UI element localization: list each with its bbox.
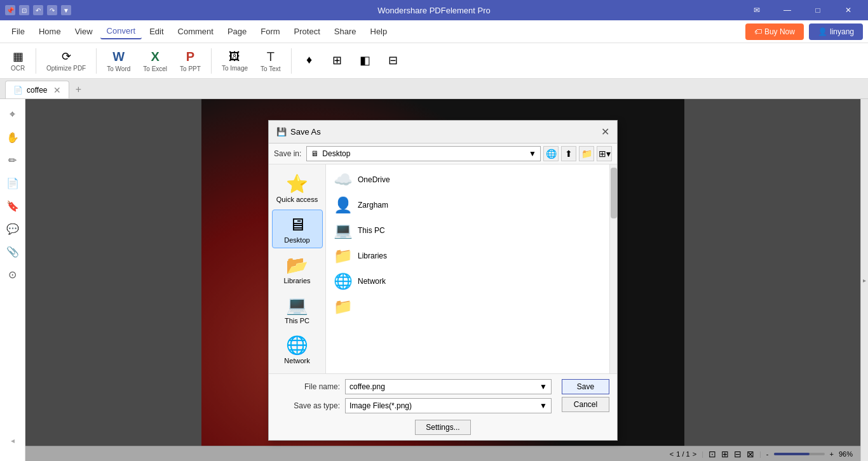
minimize-button[interactable]: — [773,0,802,20]
right-sidebar-collapse[interactable]: ▸ [860,99,868,461]
cancel-button[interactable]: Cancel [562,397,609,412]
save-as-type-row: Save as type: Image Files(*.png) ▼ [276,398,552,413]
pin-icon[interactable]: 📌 [5,5,15,15]
nav-this-pc[interactable]: 💻 This PC [272,291,323,328]
menu-file[interactable]: File [5,24,31,39]
nav-network[interactable]: 🌐 Network [272,331,323,368]
tool-r2-button[interactable]: ⊞ [325,46,350,76]
dropdown-icon[interactable]: ▼ [61,5,71,15]
libraries-icon: 📂 [286,255,308,276]
to-image-button[interactable]: 🖼 To Image [217,46,253,76]
buy-now-button[interactable]: 🏷 Buy Now [745,23,804,40]
markup-button[interactable]: ✏ [3,150,23,170]
mail-icon[interactable]: ✉ [742,0,771,20]
close-button[interactable]: ✕ [834,0,863,20]
add-tab-button[interactable]: + [69,81,87,98]
ppt-icon: P [186,50,194,64]
thumbnail-button[interactable]: 📄 [3,173,23,193]
desktop-icon: 🖥 [288,214,306,235]
to-ppt-button[interactable]: P To PPT [175,46,206,76]
menu-form[interactable]: Form [254,24,286,39]
menu-help[interactable]: Help [364,24,394,39]
select-dropdown-arrow: ▼ [539,401,547,410]
dialog-close-button[interactable]: ✕ [601,126,609,138]
dialog-overlay: 💾 Save As ✕ Save in: 🖥 Desktop ▼ 🌐 ⬆ � [25,99,860,461]
image-icon: 🖼 [229,50,240,63]
to-excel-button[interactable]: X To Excel [138,46,172,76]
maximize-button[interactable]: □ [803,0,832,20]
file-item-onedrive[interactable]: ☁️ OneDrive [329,167,607,192]
this-pc-file-icon: 💻 [334,222,351,239]
save-as-type-label: Save as type: [276,401,340,410]
file-item-zargham[interactable]: 👤 Zargham [329,192,607,218]
bookmark-button[interactable]: 🔖 [3,196,23,216]
menu-page[interactable]: Page [221,24,253,39]
file-item-network[interactable]: 🌐 Network [329,269,607,294]
save-in-select[interactable]: 🖥 Desktop ▼ [306,146,541,161]
tab-coffee[interactable]: 📄 coffee ✕ [5,81,69,98]
app-title: Wondershare PDFelement Pro [377,6,491,15]
to-word-button[interactable]: W To Word [102,46,135,76]
nav-folder-button[interactable]: 📁 [579,146,594,161]
main-layout: ⌖ ✋ ✏ 📄 🔖 💬 📎 ⊙ ◂ 💾 Save As ✕ [0,99,868,461]
comment-button[interactable]: 💬 [3,218,23,239]
menu-convert[interactable]: Convert [100,23,142,39]
r3-icon: ◧ [360,53,370,67]
right-collapse-icon: ▸ [863,277,866,284]
menu-share[interactable]: Share [328,24,363,39]
dialog-title: 💾 Save As [276,127,321,137]
nav-desktop[interactable]: 🖥 Desktop [272,210,323,248]
separator-1 [36,48,36,74]
hand-tool-button[interactable]: ✋ [3,127,23,147]
menu-view[interactable]: View [69,24,99,39]
scroll-thumb[interactable] [611,168,617,218]
tool-r1-button[interactable]: ♦ [297,46,322,76]
nav-view-button[interactable]: ⊞▾ [597,146,612,161]
to-text-button[interactable]: T To Text [255,46,286,76]
nav-libraries[interactable]: 📂 Libraries [272,251,323,288]
ocr-button[interactable]: ▦ OCR [5,46,31,76]
menu-comment[interactable]: Comment [172,24,220,39]
excel-icon: X [151,50,159,64]
nav-back-button[interactable]: 🌐 [543,146,559,161]
word-icon: W [112,50,125,64]
search-button[interactable]: ⊙ [3,264,23,284]
tool-r4-button[interactable]: ⊟ [381,46,406,76]
dialog-title-icon: 💾 [276,127,287,137]
settings-button[interactable]: Settings... [415,420,470,435]
menu-home[interactable]: Home [32,24,67,39]
dialog-buttons: Save Cancel [562,379,609,412]
dialog-nav: ⭐ Quick access 🖥 Desktop 📂 Libraries [269,164,326,373]
menu-edit[interactable]: Edit [143,24,170,39]
dropdown-arrow: ▼ [539,382,547,391]
restore-icon[interactable]: ⊡ [19,5,29,15]
cursor-tool-button[interactable]: ⌖ [3,104,23,124]
menu-protect[interactable]: Protect [288,24,327,39]
optimize-pdf-button[interactable]: ⟳ Optimize PDF [41,46,91,76]
save-button[interactable]: Save [562,379,609,394]
quick-access-icon: ⭐ [286,173,308,194]
forward-icon[interactable]: ↷ [47,5,57,15]
file-item-folder2[interactable]: 📁 [329,294,607,319]
collapse-button[interactable]: ◂ [3,431,23,451]
save-as-dialog: 💾 Save As ✕ Save in: 🖥 Desktop ▼ 🌐 ⬆ � [268,120,618,441]
attach-button[interactable]: 📎 [3,241,23,262]
file-name-input[interactable]: coffee.png ▼ [345,379,552,394]
tab-close-button[interactable]: ✕ [53,85,61,95]
onedrive-icon: ☁️ [334,171,351,189]
file-item-libraries[interactable]: 📁 Libraries [329,243,607,269]
user-button[interactable]: 👤 linyang [809,23,863,40]
separator-4 [291,48,292,74]
tab-bar: 📄 coffee ✕ + [0,79,868,99]
nav-up-button[interactable]: ⬆ [561,146,576,161]
scroll-bar[interactable] [609,164,617,373]
nav-quick-access[interactable]: ⭐ Quick access [272,170,323,207]
save-as-type-select[interactable]: Image Files(*.png) ▼ [345,398,552,413]
tool-r3-button[interactable]: ◧ [353,46,378,76]
this-pc-icon: 💻 [286,295,308,316]
save-in-dropdown-icon: ▼ [529,149,536,158]
back-icon[interactable]: ↶ [33,5,43,15]
file-item-this-pc[interactable]: 💻 This PC [329,218,607,243]
save-in-label: Save in: [274,149,301,158]
save-in-folder-icon: 🖥 [311,149,318,158]
